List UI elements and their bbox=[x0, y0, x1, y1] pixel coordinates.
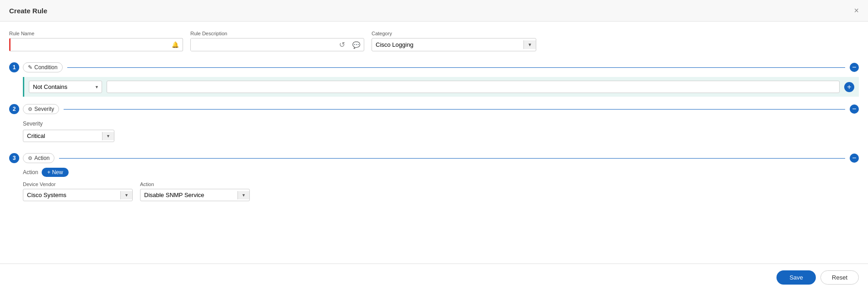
severity-content: Severity Critical High Medium Low ▼ bbox=[23, 119, 859, 146]
severity-section: 2 Severity − Severity Critical High Medi… bbox=[9, 104, 859, 146]
severity-field-label: Severity bbox=[23, 121, 859, 127]
device-vendor-select[interactable]: Cisco Systems Juniper Palo Alto Fortinet bbox=[23, 189, 120, 201]
condition-operator-arrow-icon: ▼ bbox=[92, 83, 102, 91]
modal-title: Create Rule bbox=[9, 7, 47, 15]
condition-section: 1 Condition − Not Contains Contains Equa… bbox=[9, 62, 859, 97]
device-vendor-arrow-icon: ▼ bbox=[120, 191, 132, 199]
action-type-arrow-icon: ▼ bbox=[237, 191, 249, 199]
comment-icon-button[interactable]: 💬 bbox=[349, 39, 364, 50]
action-minus-button[interactable]: − bbox=[850, 154, 859, 163]
condition-value-input[interactable] bbox=[107, 81, 840, 93]
action-new-button[interactable]: + New bbox=[42, 168, 68, 177]
rule-desc-input-wrapper: ↺ 💬 bbox=[190, 38, 364, 51]
modal-footer: Save Reset bbox=[0, 264, 868, 291]
severity-tag-label: Severity bbox=[34, 106, 54, 112]
pencil-icon bbox=[28, 64, 32, 71]
severity-gear-icon bbox=[28, 106, 32, 112]
action-tag-label: Action bbox=[34, 155, 49, 161]
rule-name-group: Rule Name default 🔔 bbox=[9, 31, 183, 51]
modal-body: Rule Name default 🔔 Rule Description ↺ 💬… bbox=[0, 22, 868, 264]
condition-minus-button[interactable]: − bbox=[850, 63, 859, 72]
create-rule-modal: Create Rule × Rule Name default 🔔 Rule D… bbox=[0, 0, 868, 291]
condition-tag: Condition bbox=[23, 62, 63, 72]
severity-select[interactable]: Critical High Medium Low bbox=[23, 130, 102, 142]
condition-operator-select[interactable]: Not Contains Contains Equals Not Equals bbox=[29, 81, 92, 93]
action-header-row: 3 Action − bbox=[9, 153, 859, 163]
save-button[interactable]: Save bbox=[776, 270, 816, 285]
condition-tag-label: Condition bbox=[34, 64, 58, 71]
condition-section-line bbox=[67, 67, 845, 68]
severity-minus-button[interactable]: − bbox=[850, 104, 859, 114]
category-select[interactable]: Cisco Logging bbox=[372, 38, 523, 51]
condition-add-button[interactable]: + bbox=[844, 82, 854, 92]
action-section: 3 Action − Action + New Device Vendor Ci… bbox=[9, 153, 859, 201]
rule-name-label: Rule Name bbox=[9, 31, 183, 36]
severity-section-line bbox=[64, 109, 845, 110]
condition-operator-select-wrapper: Not Contains Contains Equals Not Equals … bbox=[29, 81, 102, 93]
severity-select-wrapper: Critical High Medium Low ▼ bbox=[23, 130, 114, 142]
category-label: Category bbox=[372, 31, 536, 36]
action-step-circle: 3 bbox=[9, 153, 19, 163]
condition-header-row: 1 Condition − bbox=[9, 62, 859, 72]
device-vendor-group: Device Vendor Cisco Systems Juniper Palo… bbox=[23, 181, 133, 201]
reset-button[interactable]: Reset bbox=[820, 270, 859, 285]
action-type-select-wrapper: Disable SNMP Service Enable SNMP Service… bbox=[140, 189, 250, 201]
severity-tag: Severity bbox=[23, 104, 59, 114]
action-tag: Action bbox=[23, 153, 54, 163]
category-arrow-icon: ▼ bbox=[523, 40, 536, 49]
close-button[interactable]: × bbox=[854, 6, 859, 15]
modal-header: Create Rule × bbox=[0, 0, 868, 22]
action-type-group: Action Disable SNMP Service Enable SNMP … bbox=[140, 181, 250, 201]
action-gear-icon bbox=[28, 155, 32, 161]
condition-step-circle: 1 bbox=[9, 62, 19, 72]
rule-name-input-wrapper: default 🔔 bbox=[9, 38, 183, 51]
refresh-icon-button[interactable]: ↺ bbox=[335, 38, 349, 51]
device-vendor-select-wrapper: Cisco Systems Juniper Palo Alto Fortinet… bbox=[23, 189, 133, 201]
severity-step-circle: 2 bbox=[9, 104, 19, 114]
action-fields: Device Vendor Cisco Systems Juniper Palo… bbox=[23, 181, 859, 201]
action-type-label: Action bbox=[140, 181, 250, 187]
action-type-select[interactable]: Disable SNMP Service Enable SNMP Service… bbox=[140, 189, 237, 201]
bell-icon-button[interactable]: 🔔 bbox=[168, 39, 183, 50]
action-section-line bbox=[59, 158, 845, 159]
device-vendor-label: Device Vendor bbox=[23, 181, 133, 187]
category-select-wrapper: Cisco Logging ▼ bbox=[372, 38, 536, 51]
action-label-row: Action + New bbox=[23, 168, 859, 177]
action-field-label: Action bbox=[23, 169, 38, 176]
rule-name-input[interactable]: default bbox=[11, 38, 168, 51]
rule-desc-label: Rule Description bbox=[190, 31, 364, 36]
severity-arrow-icon: ▼ bbox=[102, 132, 114, 140]
severity-header-row: 2 Severity − bbox=[9, 104, 859, 114]
rule-desc-group: Rule Description ↺ 💬 bbox=[190, 31, 364, 51]
condition-row: Not Contains Contains Equals Not Equals … bbox=[23, 77, 859, 97]
top-fields: Rule Name default 🔔 Rule Description ↺ 💬… bbox=[9, 31, 859, 51]
rule-desc-input[interactable] bbox=[191, 38, 335, 51]
category-group: Category Cisco Logging ▼ bbox=[372, 31, 536, 51]
